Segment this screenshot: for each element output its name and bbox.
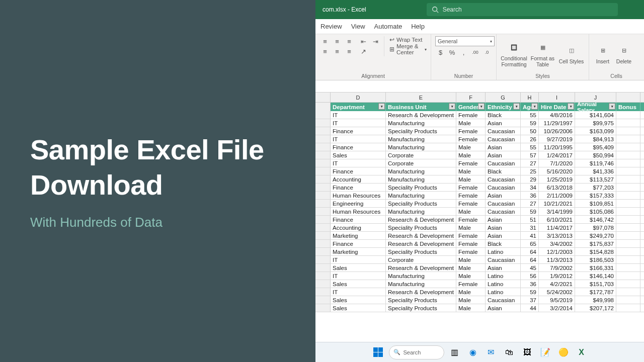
cell-hire[interactable]: 5/16/2020 <box>539 167 575 175</box>
cell-gender[interactable]: Male <box>456 264 486 272</box>
cell-salary[interactable]: $84,913 <box>575 135 616 143</box>
cell-bonus[interactable] <box>616 240 640 247</box>
cell-bu[interactable]: Speciality Products <box>386 184 456 191</box>
cell-eth[interactable]: Latino <box>486 248 521 255</box>
cell-gender[interactable]: Male <box>456 296 486 304</box>
cell-bu[interactable]: Research & Development <box>386 288 456 296</box>
cell-bonus[interactable] <box>616 208 640 215</box>
search-box[interactable]: Search <box>427 3 618 16</box>
header-eth[interactable]: Ethnicity▾ <box>486 103 521 111</box>
cell-eth[interactable]: Caucasian <box>486 208 521 215</box>
col-header-i[interactable]: I <box>539 93 575 102</box>
cell-dept[interactable]: Finance <box>331 216 386 223</box>
task-view-icon[interactable]: ▥ <box>447 345 462 360</box>
cell-eth[interactable]: Caucasian <box>486 175 521 183</box>
select-all-corner[interactable] <box>315 93 331 102</box>
cell-bonus[interactable] <box>616 111 640 119</box>
header-gender[interactable]: Gender▾ <box>456 103 486 111</box>
cell-bu[interactable]: Research & Development <box>386 216 456 223</box>
cell-bu[interactable]: Manufacturing <box>386 280 456 288</box>
cell-dept[interactable]: Finance <box>331 240 386 247</box>
cell-bonus[interactable] <box>616 119 640 127</box>
cell-bonus[interactable] <box>616 159 640 167</box>
cell-dept[interactable]: IT <box>331 272 386 280</box>
tab-help[interactable]: Help <box>411 23 425 30</box>
cell-bonus[interactable] <box>616 304 640 312</box>
col-header-k[interactable] <box>616 93 640 102</box>
cell-gender[interactable]: Male <box>456 167 486 175</box>
cell-bu[interactable]: Manufacturing <box>386 175 456 183</box>
cell-eth[interactable]: Latino <box>486 280 521 288</box>
cell-hire[interactable]: 6/10/2021 <box>539 216 575 223</box>
table-row[interactable]: Human Resources Manufacturing Female Asi… <box>315 192 644 200</box>
cell-hire[interactable]: 2/11/2009 <box>539 192 575 199</box>
cell-gender[interactable]: Female <box>456 111 486 119</box>
cell-bu[interactable]: Manufacturing <box>386 208 456 215</box>
cell-hire[interactable]: 9/27/2019 <box>539 135 575 143</box>
table-row[interactable]: Finance Manufacturing Male Black 25 5/16… <box>315 167 644 175</box>
table-row[interactable]: Human Resources Manufacturing Male Cauca… <box>315 208 644 216</box>
cell-gender[interactable]: Male <box>456 143 486 151</box>
cell-eth[interactable]: Caucasian <box>486 135 521 143</box>
cell-hire[interactable]: 11/20/1995 <box>539 143 575 151</box>
chrome-icon[interactable]: 🟡 <box>556 345 571 360</box>
cell-eth[interactable]: Asian <box>486 304 521 312</box>
cell-eth[interactable]: Caucasian <box>486 159 521 167</box>
table-row[interactable]: IT Manufacturing Female Caucasian 26 9/2… <box>315 135 644 143</box>
table-row[interactable]: Sales Manufacturing Female Latino 36 4/2… <box>315 280 644 288</box>
filter-icon[interactable]: ▾ <box>568 103 574 110</box>
wrap-text-button[interactable]: ↩Wrap Text <box>389 36 427 43</box>
cell-eth[interactable]: Latino <box>486 288 521 296</box>
cell-eth[interactable]: Asian <box>486 224 521 231</box>
cell-salary[interactable]: $166,331 <box>575 264 616 272</box>
photos-icon[interactable]: 🖼 <box>520 345 535 360</box>
cell-gender[interactable]: Female <box>456 248 486 255</box>
header-dept[interactable]: Department▾ <box>331 103 386 111</box>
cell-age[interactable]: 34 <box>521 184 539 191</box>
cell-salary[interactable]: $175,837 <box>575 240 616 247</box>
cell-salary[interactable]: $109,851 <box>575 200 616 207</box>
insert-button[interactable]: ⊞Insert <box>593 44 612 65</box>
filter-icon[interactable]: ▾ <box>449 103 455 110</box>
cell-dept[interactable]: Human Resources <box>331 192 386 199</box>
cell-bonus[interactable] <box>616 224 640 231</box>
cell-salary[interactable]: $95,409 <box>575 143 616 151</box>
cell-gender[interactable]: Male <box>456 151 486 159</box>
cell-gender[interactable]: Female <box>456 127 486 135</box>
cell-bonus[interactable] <box>616 127 640 135</box>
cell-bu[interactable]: Research & Development <box>386 240 456 247</box>
tab-automate[interactable]: Automate <box>374 23 403 30</box>
cell-bu[interactable]: Manufacturing <box>386 143 456 151</box>
cell-age[interactable]: 55 <box>521 111 539 119</box>
cell-bonus[interactable] <box>616 184 640 191</box>
cell-gender[interactable]: Male <box>456 288 486 296</box>
cell-hire[interactable]: 7/1/2020 <box>539 159 575 167</box>
cell-dept[interactable]: Accounting <box>331 175 386 183</box>
cell-salary[interactable]: $157,333 <box>575 192 616 199</box>
cell-dept[interactable]: Sales <box>331 296 386 304</box>
table-row[interactable]: Engineering Speciality Products Female C… <box>315 200 644 208</box>
cell-dept[interactable]: Sales <box>331 280 386 288</box>
align-center-icon[interactable]: ≡ <box>332 46 343 56</box>
cell-eth[interactable]: Black <box>486 167 521 175</box>
taskbar-search[interactable]: 🔍Search <box>389 345 444 359</box>
cell-eth[interactable]: Asian <box>486 216 521 223</box>
cell-salary[interactable]: $97,078 <box>575 224 616 231</box>
cell-bu[interactable]: Manufacturing <box>386 167 456 175</box>
cell-bonus[interactable] <box>616 200 640 207</box>
align-middle-icon[interactable]: ≡ <box>332 36 343 46</box>
table-row[interactable]: Finance Research & Development Female Bl… <box>315 240 644 248</box>
cell-bonus[interactable] <box>616 280 640 288</box>
cell-eth[interactable]: Black <box>486 240 521 247</box>
notepad-icon[interactable]: 📝 <box>538 345 553 360</box>
store-icon[interactable]: 🛍 <box>502 345 517 360</box>
table-row[interactable]: IT Manufacturing Male Latino 56 1/9/2012… <box>315 272 644 280</box>
cell-eth[interactable]: Asian <box>486 192 521 199</box>
merge-center-button[interactable]: ⊞Merge & Center▾ <box>389 43 427 55</box>
cell-bu[interactable]: Manufacturing <box>386 135 456 143</box>
cell-bu[interactable]: Speciality Products <box>386 296 456 304</box>
cell-dept[interactable]: Finance <box>331 184 386 191</box>
cell-bonus[interactable] <box>616 192 640 199</box>
col-header-d[interactable]: D <box>331 93 386 102</box>
cell-age[interactable]: 36 <box>521 192 539 199</box>
